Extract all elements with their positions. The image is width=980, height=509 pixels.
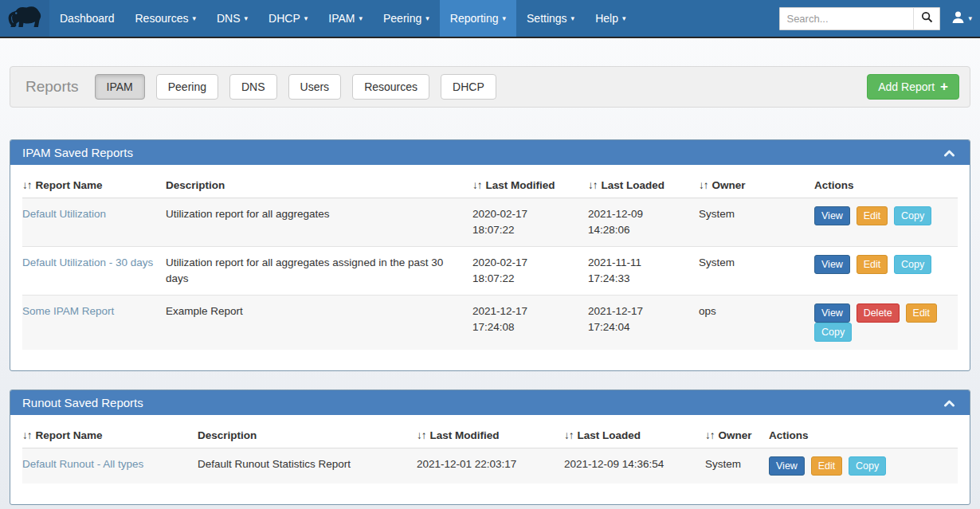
- nav-item-peering[interactable]: Peering▾: [373, 0, 440, 37]
- nav-item-resources[interactable]: Resources▾: [125, 0, 206, 37]
- reports-filter-bar: Reports IPAM Peering DNS Users Resources…: [10, 66, 970, 108]
- copy-button[interactable]: Copy: [814, 323, 852, 342]
- search-input[interactable]: [779, 7, 913, 30]
- collapse-chevron-icon[interactable]: [943, 399, 955, 407]
- col-header-last-loaded[interactable]: ↓↑Last Loaded: [564, 420, 705, 448]
- report-link[interactable]: Default Utilization: [22, 208, 106, 220]
- panel-body: ↓↑Report Name Description ↓↑Last Modifie…: [10, 165, 970, 370]
- col-header-report-name[interactable]: ↓↑Report Name: [22, 420, 198, 448]
- view-button[interactable]: View: [814, 206, 850, 225]
- chevron-down-icon: ▾: [245, 15, 249, 22]
- report-link[interactable]: Some IPAM Report: [22, 305, 114, 317]
- cell-report-name: Default Runout - All types: [22, 448, 198, 484]
- col-header-label: Last Loaded: [578, 429, 641, 441]
- col-header-last-modified[interactable]: ↓↑Last Modified: [472, 170, 588, 198]
- chevron-down-icon: ▾: [192, 15, 196, 22]
- col-header-label: Report Name: [36, 429, 103, 441]
- edit-button[interactable]: Edit: [811, 456, 843, 476]
- nav-item-dns[interactable]: DNS▾: [206, 0, 258, 37]
- report-link[interactable]: Default Runout - All types: [22, 458, 143, 470]
- panel-title: Runout Saved Reports: [22, 396, 143, 409]
- top-navbar: Dashboard Resources▾ DNS▾ DHCP▾ IPAM▾ Pe…: [0, 0, 980, 38]
- cell-last-modified: 2021-12-01 22:03:17: [417, 448, 564, 484]
- filter-button-resources[interactable]: Resources: [352, 74, 429, 100]
- plus-icon: +: [940, 82, 948, 92]
- col-header-description: Description: [166, 170, 472, 198]
- nav-item-settings[interactable]: Settings▾: [516, 0, 585, 37]
- navbar-right: ▾: [779, 0, 980, 37]
- copy-button[interactable]: Copy: [849, 456, 886, 476]
- panel-header: Runout Saved Reports: [10, 390, 970, 415]
- nav-label: Reporting: [450, 12, 499, 25]
- col-header-last-loaded[interactable]: ↓↑Last Loaded: [588, 170, 699, 198]
- cell-last-modified: 2020-02-17 18:07:22: [472, 247, 588, 296]
- view-button[interactable]: View: [814, 255, 850, 274]
- copy-button[interactable]: Copy: [894, 206, 931, 225]
- collapse-chevron-icon[interactable]: [943, 149, 955, 157]
- delete-button[interactable]: Delete: [857, 303, 900, 323]
- cell-last-loaded: 2021-12-17 17:24:04: [588, 296, 699, 350]
- chevron-down-icon: ▾: [968, 15, 972, 22]
- cell-actions: View Delete Edit Copy: [814, 296, 958, 350]
- search-button[interactable]: [913, 7, 940, 30]
- cell-description: Default Runout Statistics Report: [198, 448, 417, 484]
- filter-button-dhcp[interactable]: DHCP: [441, 74, 496, 100]
- runout-saved-reports-panel: Runout Saved Reports ↓↑Report Name Descr…: [10, 390, 970, 505]
- filter-button-peering[interactable]: Peering: [156, 74, 218, 100]
- col-header-description: Description: [198, 420, 417, 448]
- panel-title: IPAM Saved Reports: [22, 146, 133, 159]
- col-header-owner[interactable]: ↓↑Owner: [705, 420, 769, 448]
- table-row: Default Runout - All types Default Runou…: [22, 448, 958, 484]
- nav-item-dashboard[interactable]: Dashboard: [49, 0, 125, 37]
- filter-button-dns[interactable]: DNS: [229, 74, 277, 100]
- col-header-label: Owner: [719, 429, 752, 441]
- ipam-saved-reports-panel: IPAM Saved Reports ↓↑Report Name Descrip…: [10, 139, 970, 371]
- cell-owner: System: [705, 448, 769, 484]
- chevron-down-icon: ▾: [502, 15, 506, 22]
- ipam-reports-table: ↓↑Report Name Description ↓↑Last Modifie…: [22, 170, 958, 350]
- cell-actions: View Edit Copy: [814, 198, 958, 247]
- report-link[interactable]: Default Utilization - 30 days: [22, 256, 153, 268]
- nav-label: IPAM: [328, 12, 355, 25]
- cell-actions: View Edit Copy: [769, 448, 958, 484]
- view-button[interactable]: View: [769, 456, 805, 476]
- main-menu: Dashboard Resources▾ DNS▾ DHCP▾ IPAM▾ Pe…: [49, 0, 636, 37]
- cell-last-loaded: 2021-11-11 17:24:33: [588, 247, 699, 296]
- app-logo[interactable]: [0, 0, 49, 37]
- cell-report-name: Some IPAM Report: [22, 296, 166, 350]
- col-header-owner[interactable]: ↓↑Owner: [699, 170, 814, 198]
- cell-owner: ops: [699, 296, 814, 350]
- copy-button[interactable]: Copy: [894, 255, 931, 274]
- filter-button-users[interactable]: Users: [288, 74, 342, 100]
- nav-label: DHCP: [269, 12, 300, 25]
- table-row: Some IPAM Report Example Report 2021-12-…: [22, 296, 958, 350]
- edit-button[interactable]: Edit: [906, 303, 938, 323]
- sort-icon: ↓↑: [417, 429, 426, 441]
- sort-icon: ↓↑: [472, 179, 482, 191]
- view-button[interactable]: View: [814, 303, 850, 323]
- user-menu[interactable]: ▾: [951, 10, 972, 27]
- col-header-label: Actions: [814, 179, 854, 191]
- table-row: Default Utilization - 30 days Utilizatio…: [22, 247, 958, 296]
- sort-icon: ↓↑: [564, 429, 574, 441]
- filter-button-ipam[interactable]: IPAM: [95, 74, 145, 100]
- col-header-report-name[interactable]: ↓↑Report Name: [22, 170, 166, 198]
- chevron-down-icon: ▾: [359, 15, 363, 22]
- edit-button[interactable]: Edit: [857, 255, 888, 274]
- nav-item-ipam[interactable]: IPAM▾: [318, 0, 373, 37]
- add-report-label: Add Report: [878, 80, 935, 93]
- search-group: [779, 7, 940, 30]
- col-header-last-modified[interactable]: ↓↑Last Modified: [417, 420, 564, 448]
- nav-item-help[interactable]: Help▾: [585, 0, 636, 37]
- nav-label: DNS: [217, 12, 241, 25]
- chevron-down-icon: ▾: [622, 15, 626, 22]
- search-icon: [921, 11, 933, 25]
- cell-last-loaded: 2021-12-09 14:36:54: [564, 448, 705, 484]
- nav-item-reporting[interactable]: Reporting▾: [440, 0, 516, 37]
- nav-label: Help: [595, 12, 618, 25]
- edit-button[interactable]: Edit: [857, 206, 888, 225]
- cell-report-name: Default Utilization - 30 days: [22, 247, 166, 296]
- nav-item-dhcp[interactable]: DHCP▾: [258, 0, 318, 37]
- sort-icon: ↓↑: [22, 179, 32, 191]
- add-report-button[interactable]: Add Report +: [867, 74, 959, 100]
